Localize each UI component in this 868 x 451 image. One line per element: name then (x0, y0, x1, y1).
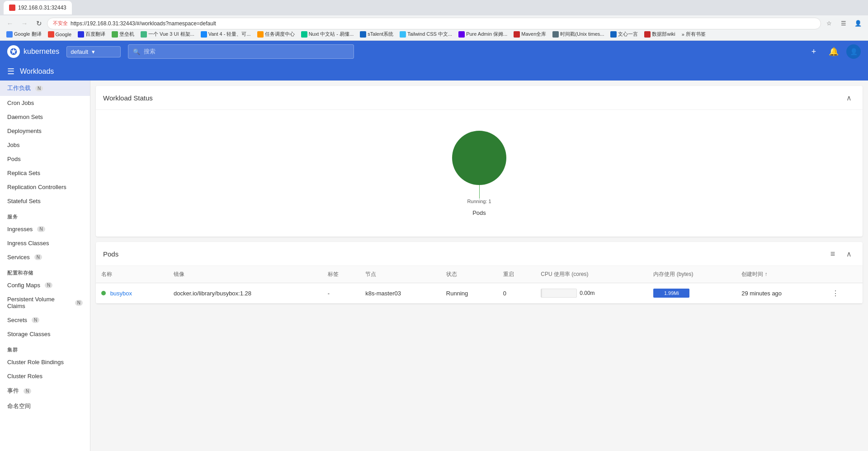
sidebar-item-events[interactable]: 事件 N (0, 383, 90, 399)
logo-icon (7, 45, 20, 58)
back-button[interactable]: ← (4, 17, 16, 30)
bookmark-datawiki[interactable]: 数据部wiki (642, 30, 678, 38)
bookmark-bar: Google 翻译 Google 百度翻译 堡垒机 一个 Vue 3 UI 框架… (0, 28, 868, 41)
pods-table-body: busybox docker.io/library/busybox:1.28 -… (96, 283, 863, 304)
add-button[interactable]: + (807, 44, 821, 59)
workload-chart: Running: 1 Pods (96, 110, 863, 237)
sidebar-item-jobs[interactable]: Jobs (0, 138, 90, 152)
col-labels: 标签 (322, 266, 360, 283)
sidebar-badge: N (75, 300, 83, 306)
extensions-button[interactable]: ☰ (837, 17, 850, 30)
col-created: 创建时间 ↑ (736, 266, 825, 283)
page-header: ☰ Workloads (0, 62, 868, 81)
sidebar-item-storageclasses[interactable]: Storage Classes (0, 327, 90, 341)
col-memory: 内存使用 (bytes) (648, 266, 736, 283)
sidebar-item-label: Services (7, 254, 30, 261)
bookmark-timestamp[interactable]: 时间戳(Unix times... (550, 30, 607, 38)
col-status-label: 状态 (446, 271, 457, 277)
sidebar-item-ingresses[interactable]: Ingresses N (0, 222, 90, 236)
bookmark-all[interactable]: » 所有书签 (679, 30, 708, 38)
bookmark-google-translate[interactable]: Google 翻译 (4, 30, 44, 38)
bookmark-label: 数据部wiki (652, 31, 675, 38)
sidebar-item-configmaps[interactable]: Config Maps N (0, 278, 90, 292)
active-browser-tab[interactable]: 192.168.0.31:32443 (4, 1, 72, 14)
sidebar-item-label: Daemon Sets (7, 114, 43, 120)
running-label: Running: 1 (467, 199, 491, 204)
search-bar[interactable]: 🔍 搜索 (128, 44, 354, 59)
content-area: Workload Status ∧ Running: 1 Pods (90, 81, 868, 451)
bookmark-tailwind[interactable]: Tailwind CSS 中文... (397, 30, 455, 38)
bookmark-google[interactable]: Google (45, 30, 74, 38)
sidebar-section-config: 配置和存储 (0, 264, 90, 278)
sidebar-item-ingress-classes[interactable]: Ingress Classes (0, 236, 90, 250)
sidebar-item-replicasets[interactable]: Replica Sets (0, 166, 90, 180)
filter-pods-button[interactable]: ≡ (826, 247, 839, 260)
bookmark-button[interactable]: ☆ (823, 17, 835, 30)
sidebar-badge: N (32, 317, 39, 323)
sidebar-item-label: Cluster Roles (7, 373, 42, 380)
bookmark-baidu-translate[interactable]: 百度翻译 (75, 30, 108, 38)
bookmark-label: 任务调度中心 (265, 31, 295, 38)
sidebar-item-workloads[interactable]: 工作负载 N (0, 81, 90, 96)
pod-image-cell: docker.io/library/busybox:1.28 (168, 283, 322, 304)
sidebar-item-label: Storage Classes (7, 331, 50, 337)
bookmark-fortress[interactable]: 堡垒机 (109, 30, 137, 38)
sidebar-item-clusterroles[interactable]: Cluster Roles (0, 369, 90, 383)
bookmark-label: 时间戳(Unix times... (560, 31, 604, 38)
bookmark-maven[interactable]: Maven全库 (511, 30, 549, 38)
user-avatar[interactable]: 👤 (846, 44, 861, 59)
sidebar-item-label: Pods (7, 156, 21, 162)
pod-name-link[interactable]: busybox (110, 290, 132, 297)
header-actions: + 🔔 👤 (807, 44, 861, 59)
pods-card-header: Pods ≡ ∧ (96, 242, 863, 266)
card-header-actions: ∧ (843, 91, 855, 104)
bookmark-label: 文心一言 (618, 31, 638, 38)
app-logo[interactable]: kubernetes (7, 45, 59, 58)
mem-bar: 1.99Mi (653, 289, 689, 298)
sidebar-section-cluster: 集群 (0, 341, 90, 355)
sidebar-item-daemonsets[interactable]: Daemon Sets (0, 110, 90, 124)
sidebar-item-label: 工作负载 (7, 84, 31, 92)
sidebar-item-namespaces[interactable]: 命名空间 (0, 399, 90, 414)
col-created-label: 创建时间 ↑ (741, 271, 767, 277)
bookmark-pure-admin[interactable]: Pure Admin 保姆... (456, 30, 510, 38)
bookmark-label: Google (56, 32, 71, 37)
sidebar-item-services[interactable]: Services N (0, 250, 90, 264)
namespace-selector[interactable]: default ▾ (66, 46, 121, 57)
sidebar-item-pods[interactable]: Pods (0, 152, 90, 166)
pods-table: 名称 镜像 标签 节点 状态 (96, 266, 863, 304)
pods-bubble (452, 131, 506, 185)
bookmark-nuxt[interactable]: Nuxt 中文站 - 易懂... (298, 30, 357, 38)
bookmark-icon (644, 31, 651, 38)
bookmark-task-scheduler[interactable]: 任务调度中心 (255, 30, 297, 38)
sidebar-item-pvc[interactable]: Persistent Volume Claims N (0, 292, 90, 313)
tab-favicon (9, 5, 15, 11)
profile-button[interactable]: 👤 (852, 17, 864, 30)
hamburger-menu[interactable]: ☰ (7, 66, 14, 76)
col-image-label: 镜像 (174, 271, 184, 277)
notifications-button[interactable]: 🔔 (826, 44, 841, 59)
sidebar-item-statefulsets[interactable]: Stateful Sets (0, 194, 90, 208)
bookmark-stalent[interactable]: sTalent系统 (357, 30, 396, 38)
bookmark-wenxin[interactable]: 文心一言 (608, 30, 641, 38)
bookmark-vue3[interactable]: 一个 Vue 3 UI 框架... (138, 30, 197, 38)
reload-button[interactable]: ↻ (33, 17, 45, 30)
sidebar-item-deployments[interactable]: Deployments (0, 124, 90, 138)
forward-button[interactable]: → (18, 17, 31, 30)
sidebar-item-label: Jobs (7, 142, 19, 148)
bookmark-label: 所有书签 (686, 31, 706, 38)
collapse-workload-status-button[interactable]: ∧ (843, 91, 855, 104)
bookmark-vant[interactable]: Vant 4 - 轻量、可... (198, 30, 254, 38)
sidebar-item-replication-controllers[interactable]: Replication Controllers (0, 180, 90, 194)
sidebar-item-cronjobs[interactable]: Cron Jobs (0, 96, 90, 110)
bookmark-icon (201, 31, 207, 38)
sidebar-item-secrets[interactable]: Secrets N (0, 313, 90, 327)
address-bar[interactable]: 不安全 https://192.168.0.31:32443/#/workloa… (47, 18, 821, 29)
chevron-down-icon: ▾ (92, 48, 95, 55)
security-warning: 不安全 (53, 20, 68, 27)
collapse-pods-button[interactable]: ∧ (843, 247, 855, 260)
pod-more-button[interactable]: ⋮ (830, 288, 841, 299)
sidebar-badge: N (24, 388, 31, 394)
sidebar-item-clusterrolebindings[interactable]: Cluster Role Bindings (0, 355, 90, 369)
bookmark-icon (6, 31, 13, 38)
